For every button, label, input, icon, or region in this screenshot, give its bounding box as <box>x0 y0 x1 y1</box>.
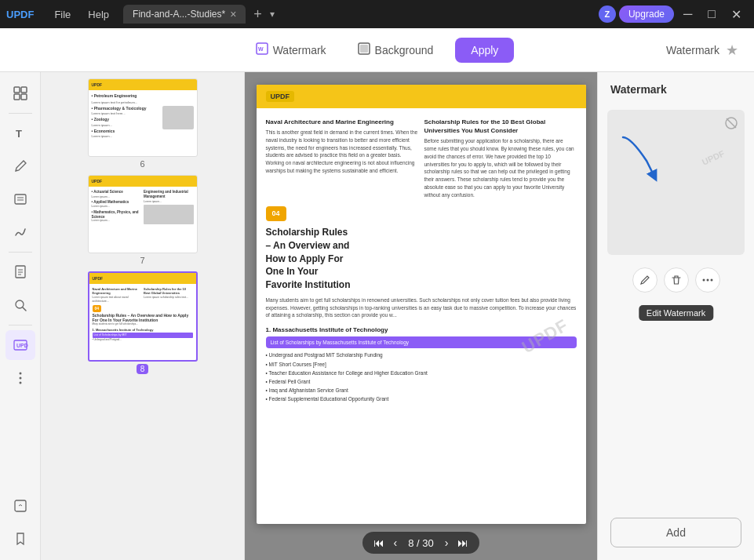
svg-text:T: T <box>16 128 22 140</box>
tab-watermark[interactable]: W Watermark <box>240 36 342 64</box>
tool-annotate[interactable] <box>5 151 35 181</box>
pdf-bullets: • Undergrad and Postgrad MIT Scholarship… <box>266 351 577 402</box>
svg-rect-23 <box>15 500 26 511</box>
pdf-main-title: Scholarship Rules – An Overview and How … <box>266 226 577 292</box>
watermark-preview-text: UPDF <box>701 148 726 167</box>
tool-more[interactable] <box>5 363 35 393</box>
svg-rect-6 <box>14 94 20 100</box>
tool-forms[interactable] <box>5 184 35 214</box>
thumb-badge-8: 8 <box>137 364 149 374</box>
tool-bookmark[interactable] <box>5 524 35 554</box>
tool-edit-text[interactable]: T <box>5 118 35 148</box>
pdf-col1-title: Naval Architecture and Marine Engineerin… <box>266 118 418 126</box>
edit-watermark-button[interactable] <box>632 267 657 293</box>
pdf-page: UPDF Naval Architecture and Marine Engin… <box>257 85 586 524</box>
pdf-col-left: Naval Architecture and Marine Engineerin… <box>266 118 418 198</box>
bullet-2: • Teacher Education Assistance for Colle… <box>266 369 577 376</box>
pdf-uni-section: 1. Massachusetts Institute of Technology… <box>266 325 577 402</box>
watermark-tab-label: Watermark <box>273 44 326 56</box>
svg-rect-9 <box>15 195 26 204</box>
thumb-num-8: 8 <box>137 364 149 373</box>
menu-bar: File Help <box>46 5 117 24</box>
last-page-button[interactable]: ⏭ <box>454 535 472 551</box>
thumb-header-6: UPDF <box>89 79 197 90</box>
tab-label: Find-and-A...-Studies* <box>133 9 225 20</box>
favorite-icon[interactable]: ★ <box>726 42 738 59</box>
watermark-actions: Edit Watermark <box>598 261 754 299</box>
pdf-uni-title: 1. Massachusetts Institute of Technology <box>266 325 577 334</box>
bullet-3: • Federal Pell Grant <box>266 378 577 385</box>
apply-button[interactable]: Apply <box>455 38 514 63</box>
tool-divider-1 <box>9 113 32 114</box>
new-tab-button[interactable]: + <box>249 5 267 24</box>
svg-text:UPDF: UPDF <box>16 343 28 348</box>
thumbnail-sidebar: UPDF • Petroleum Engineering Lorem ipsum… <box>41 72 245 560</box>
thumb-header-7: UPDF <box>89 176 197 187</box>
pdf-logo: UPDF <box>266 91 295 102</box>
more-options-button[interactable] <box>695 267 720 293</box>
next-page-button[interactable]: › <box>442 535 452 551</box>
svg-rect-7 <box>21 94 27 100</box>
tool-divider-3 <box>9 325 32 325</box>
current-page: 8 <box>408 537 413 549</box>
delete-watermark-button[interactable] <box>664 267 689 293</box>
page-indicator: 8 / 30 <box>403 537 439 549</box>
upgrade-button[interactable]: Upgrade <box>619 5 674 23</box>
close-button[interactable]: ✕ <box>725 5 748 24</box>
tab-background[interactable]: Background <box>342 36 450 64</box>
titlebar-right: Z Upgrade ─ □ ✕ <box>599 5 748 24</box>
thumb-num-6: 6 <box>140 159 144 169</box>
svg-point-26 <box>702 279 705 282</box>
user-avatar: Z <box>599 5 616 23</box>
pdf-col-right: Scholarship Rules for the 10 Best Global… <box>424 118 577 198</box>
tool-thumbnail[interactable] <box>5 78 35 108</box>
tool-divider-2 <box>9 252 32 253</box>
tool-sign[interactable] <box>5 217 35 247</box>
watermark-icon: W <box>256 42 268 58</box>
preview-arrow <box>615 125 678 188</box>
page-navigation: ⏮ ‹ 8 / 30 › ⏭ <box>362 532 480 554</box>
thumbnail-page-6[interactable]: UPDF • Petroleum Engineering Lorem ipsum… <box>47 78 238 169</box>
prev-page-button[interactable]: ‹ <box>391 535 401 551</box>
total-pages: 30 <box>422 537 433 549</box>
tool-sticker[interactable] <box>5 491 35 521</box>
pdf-highlight: List of Scholarships by Massachusetts In… <box>266 336 577 348</box>
pdf-viewer[interactable]: UPDF Naval Architecture and Marine Engin… <box>245 72 597 560</box>
right-panel: Watermark UPDF <box>597 72 754 560</box>
add-watermark-button[interactable]: Add <box>610 518 741 547</box>
tool-extract[interactable] <box>5 257 35 287</box>
tab-document[interactable]: Find-and-A...-Studies* × <box>123 5 246 24</box>
tab-dropdown-button[interactable]: ▾ <box>270 9 275 20</box>
bullet-0: • Undergrad and Postgrad MIT Scholarship… <box>266 351 577 358</box>
background-tab-label: Background <box>375 44 434 56</box>
svg-line-17 <box>23 307 26 311</box>
app-logo: UPDF <box>6 9 34 20</box>
pdf-chapter: 04 <box>266 206 286 221</box>
bullet-4: • Iraq and Afghanistan Service Grant <box>266 387 577 394</box>
minimize-button[interactable]: ─ <box>677 5 698 23</box>
tool-watermark[interactable]: UPDF <box>5 330 35 360</box>
menu-file[interactable]: File <box>46 5 78 24</box>
panel-title-toolbar: Watermark <box>666 44 719 56</box>
titlebar: UPDF File Help Find-and-A...-Studies* × … <box>0 0 754 28</box>
pdf-chapter-section: 04 Scholarship Rules – An Overview and H… <box>266 206 577 319</box>
thumbnail-page-7[interactable]: UPDF • Actuarial Science Lorem ipsum... … <box>47 175 238 265</box>
menu-help[interactable]: Help <box>80 5 117 24</box>
bullet-5: • Federal Supplemental Educational Oppor… <box>266 395 577 402</box>
right-panel-title: Watermark <box>598 72 754 104</box>
thumbnail-page-8[interactable]: UPDF Naval Architecture and Marine Engin… <box>47 271 238 373</box>
background-icon <box>358 42 370 58</box>
svg-point-22 <box>19 382 21 384</box>
svg-point-27 <box>706 279 708 282</box>
svg-text:W: W <box>258 46 264 52</box>
hide-watermark-button[interactable] <box>724 116 738 133</box>
left-sidebar: T <box>0 72 41 560</box>
tool-search[interactable] <box>5 290 35 320</box>
thumb-num-7: 7 <box>140 256 144 265</box>
tab-close-button[interactable]: × <box>230 8 236 20</box>
first-page-button[interactable]: ⏮ <box>370 535 388 551</box>
toolbar: W Watermark Background Apply Watermark ★ <box>0 28 754 72</box>
maximize-button[interactable]: □ <box>701 5 722 23</box>
pdf-col1-body: This is another great field in demand in… <box>266 129 418 175</box>
toolbar-right: Watermark ★ <box>666 42 738 59</box>
